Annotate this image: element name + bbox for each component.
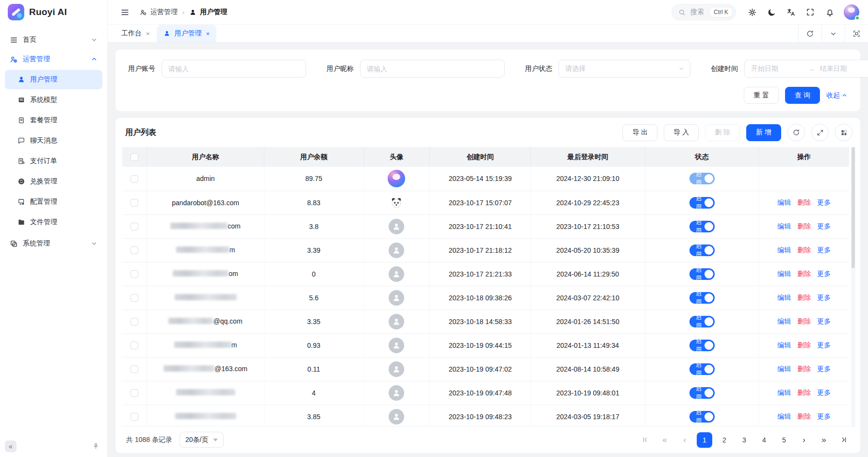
nickname-input[interactable] (360, 60, 505, 78)
page-button-1[interactable]: 1 (697, 432, 712, 448)
status-toggle[interactable]: 启用 (689, 221, 715, 232)
more-link[interactable]: 更多 (817, 198, 831, 207)
expand-table-button[interactable] (811, 124, 829, 141)
sidebar-group-operations[interactable]: 运营管理 (5, 49, 102, 69)
status-toggle[interactable]: 启用 (689, 316, 715, 327)
more-link[interactable]: 更多 (817, 317, 831, 326)
row-checkbox[interactable] (131, 199, 138, 207)
sidebar-toggle-button[interactable] (116, 4, 133, 20)
more-link[interactable]: 更多 (817, 412, 831, 421)
first-page-button[interactable] (637, 432, 653, 448)
delete-link[interactable]: 删除 (797, 317, 811, 326)
settings-button[interactable] (744, 4, 760, 20)
page-size-select[interactable]: 20条/页 (180, 432, 224, 448)
account-input[interactable] (162, 60, 306, 78)
edit-link[interactable]: 编辑 (777, 389, 791, 397)
delete-link[interactable]: 删除 (797, 222, 811, 231)
more-link[interactable]: 更多 (817, 270, 831, 278)
delete-link[interactable]: 删除 (797, 365, 811, 374)
more-link[interactable]: 更多 (817, 365, 831, 374)
row-checkbox[interactable] (131, 318, 138, 326)
next-page-button[interactable]: › (796, 432, 812, 448)
refresh-tab-button[interactable] (798, 25, 821, 42)
delete-link[interactable]: 删除 (797, 389, 811, 397)
query-button[interactable]: 查 询 (785, 87, 820, 104)
prev-page-button[interactable]: ‹ (677, 432, 692, 448)
refresh-table-button[interactable] (787, 124, 805, 141)
status-toggle[interactable]: 启用 (689, 173, 715, 184)
select-all-checkbox[interactable] (131, 153, 138, 161)
last-page-button[interactable] (836, 432, 852, 448)
delete-link[interactable]: 删除 (797, 246, 811, 255)
prev-5-pages-button[interactable]: « (657, 432, 672, 448)
row-checkbox[interactable] (131, 270, 138, 278)
tab-workbench[interactable]: 工作台 × (115, 25, 157, 42)
breadcrumb-item-users[interactable]: 用户管理 (189, 8, 227, 16)
breadcrumb-item-operations[interactable]: 运营管理 (140, 8, 178, 16)
edit-link[interactable]: 编辑 (777, 294, 791, 302)
sidebar-item-package-management[interactable]: 套餐管理 (5, 111, 102, 130)
row-checkbox[interactable] (131, 175, 138, 183)
page-button-5[interactable]: 5 (776, 432, 792, 448)
delete-link[interactable]: 删除 (797, 198, 811, 207)
status-toggle[interactable]: 启用 (689, 268, 715, 280)
delete-link[interactable]: 删除 (797, 341, 811, 350)
sidebar-item-chat-messages[interactable]: 聊天消息 (5, 131, 102, 150)
content-fullscreen-button[interactable] (845, 25, 868, 42)
status-toggle[interactable]: 启用 (689, 245, 715, 256)
sidebar-pin-button[interactable] (92, 442, 99, 451)
import-button[interactable]: 导 入 (664, 124, 699, 141)
edit-link[interactable]: 编辑 (777, 222, 791, 231)
delete-button[interactable]: 删 除 (705, 124, 740, 141)
status-toggle[interactable]: 启用 (689, 340, 715, 351)
more-link[interactable]: 更多 (817, 246, 831, 255)
export-button[interactable]: 导 出 (622, 124, 657, 141)
edit-link[interactable]: 编辑 (777, 198, 791, 207)
global-search-button[interactable]: 搜索 Ctrl K (671, 4, 736, 20)
more-link[interactable]: 更多 (817, 294, 831, 302)
page-button-2[interactable]: 2 (717, 432, 732, 448)
sidebar-item-config-management[interactable]: 配置管理 (5, 192, 102, 212)
row-checkbox[interactable] (131, 294, 138, 302)
edit-link[interactable]: 编辑 (777, 270, 791, 278)
language-button[interactable] (783, 4, 799, 20)
tab-options-button[interactable] (821, 25, 845, 42)
tab-user-management[interactable]: 用户管理 × (157, 25, 217, 42)
status-select[interactable]: 请选择 (558, 60, 690, 78)
sidebar-item-exchange-management[interactable]: 兑换管理 (5, 172, 102, 191)
sidebar-item-user-management[interactable]: 用户管理 (5, 70, 102, 89)
edit-link[interactable]: 编辑 (777, 341, 791, 350)
row-checkbox[interactable] (131, 365, 138, 373)
status-toggle[interactable]: 启用 (689, 387, 715, 399)
collapse-filters-link[interactable]: 收起 (826, 91, 848, 100)
notifications-button[interactable] (821, 4, 838, 20)
reset-button[interactable]: 重 置 (744, 87, 779, 104)
status-toggle[interactable]: 启用 (689, 197, 715, 209)
delete-link[interactable]: 删除 (797, 270, 811, 278)
user-avatar[interactable] (844, 4, 859, 20)
sidebar-item-file-management[interactable]: 文件管理 (5, 212, 102, 232)
close-icon[interactable]: × (146, 30, 150, 37)
edit-link[interactable]: 编辑 (777, 317, 791, 326)
more-link[interactable]: 更多 (817, 222, 831, 231)
sidebar-collapse-button[interactable]: « (5, 441, 16, 452)
page-button-4[interactable]: 4 (756, 432, 772, 448)
delete-link[interactable]: 删除 (797, 294, 811, 302)
sidebar-group-home[interactable]: 首页 (5, 30, 102, 49)
row-checkbox[interactable] (131, 342, 138, 349)
dark-mode-button[interactable] (763, 4, 780, 20)
edit-link[interactable]: 编辑 (777, 365, 791, 374)
fullscreen-button[interactable] (802, 4, 819, 20)
row-checkbox[interactable] (131, 223, 138, 230)
row-checkbox[interactable] (131, 389, 138, 397)
table-scrollbar[interactable] (851, 147, 855, 426)
status-toggle[interactable]: 启用 (689, 411, 715, 423)
sidebar-group-system[interactable]: 系统管理 (5, 234, 102, 253)
date-range-picker[interactable]: 开始日期 → 结束日期 (744, 60, 868, 78)
page-button-3[interactable]: 3 (737, 432, 752, 448)
edit-link[interactable]: 编辑 (777, 412, 791, 421)
more-link[interactable]: 更多 (817, 341, 831, 350)
column-settings-button[interactable] (835, 124, 852, 141)
scrollbar-thumb[interactable] (852, 147, 855, 268)
status-toggle[interactable]: 启用 (689, 292, 715, 304)
